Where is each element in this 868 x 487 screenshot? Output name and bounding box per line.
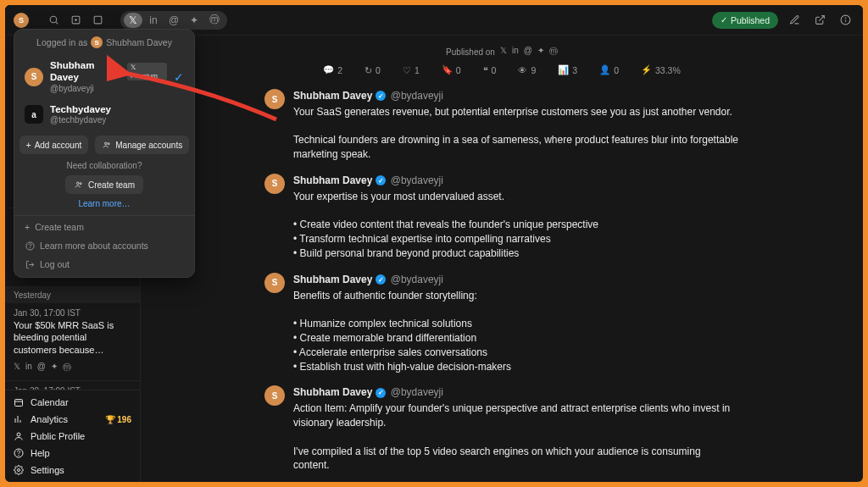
collab-prompt: Need collaboration?	[14, 161, 194, 170]
help-icon	[14, 448, 24, 458]
learn-accounts-link[interactable]: Learn more about accounts	[14, 236, 194, 255]
avatar: S	[264, 273, 285, 293]
author-name: Shubham Davey	[293, 273, 386, 287]
post-detail: Published on 𝕏in@✦ⓜ 💬 2 ↻ 0 ♡ 1 🔖 0 ❝ 0 …	[141, 36, 863, 482]
archive-icon[interactable]	[88, 11, 107, 30]
post-meta: Jan 30, 17:00 IST	[14, 308, 131, 318]
svg-point-21	[76, 182, 79, 185]
svg-line-1	[56, 22, 58, 24]
create-team-link[interactable]: + Create team	[14, 218, 194, 236]
thread-post: S Shubham Davey @bydaveyji Your SaaS gen…	[264, 89, 739, 162]
logged-in-as-label: Logged in as	[36, 37, 87, 47]
new-post-icon[interactable]	[66, 11, 85, 30]
stat-people: 👤 0	[599, 64, 619, 75]
platform-x[interactable]: 𝕏	[124, 13, 142, 28]
logged-in-as-name: Shubham Davey	[106, 37, 172, 47]
svg-point-18	[18, 469, 20, 472]
edit-icon[interactable]	[785, 11, 804, 30]
premium-badge: 𝕏 Premium	[127, 63, 167, 80]
platform-linkedin[interactable]: in	[144, 13, 163, 28]
selected-check-icon: ✓	[174, 70, 184, 84]
post-list-item[interactable]: Jan 30, 17:00 IST Your $50k MRR SaaS is …	[5, 303, 140, 382]
logged-in-as: Logged in as S Shubham Davey	[14, 36, 194, 55]
platform-mastodon[interactable]: ⓜ	[205, 13, 224, 28]
info-icon[interactable]	[836, 11, 854, 30]
published-on-label: Published on	[446, 47, 495, 57]
analytics-badge: 🏆 196	[105, 415, 131, 424]
published-label: Published	[731, 15, 770, 25]
open-external-icon[interactable]	[810, 11, 829, 30]
nav-public-profile[interactable]: Public Profile	[5, 428, 140, 445]
thread-post: S Shubham Davey @bydaveyji Your expertis…	[264, 174, 739, 261]
analytics-icon	[14, 414, 24, 424]
create-team-button[interactable]: Create team	[65, 175, 143, 194]
author-name: Shubham Davey	[293, 89, 386, 103]
thread-post: S Shubham Davey @bydaveyji Action Item: …	[264, 385, 739, 482]
platform-threads[interactable]: @	[164, 13, 183, 28]
verified-badge-icon	[376, 274, 386, 285]
stat-rate: ⚡ 33.3%	[641, 64, 681, 75]
account-option[interactable]: a Techbydavey @techbydavey	[14, 99, 194, 131]
stat-quotes: ❝ 0	[483, 64, 497, 75]
log-out-link[interactable]: Log out	[14, 255, 194, 274]
stat-views: 👁 9	[518, 64, 536, 75]
post-title: Your $50k MRR SaaS is bleeding potential…	[14, 319, 131, 357]
account-handle: @bydaveyji	[50, 84, 167, 94]
team-icon	[74, 180, 84, 190]
avatar: a	[25, 105, 43, 124]
stat-replies: 💬 2	[323, 64, 342, 75]
author-handle: @bydaveyji	[391, 386, 443, 398]
nav-label: Help	[31, 448, 50, 458]
verified-badge-icon	[376, 91, 386, 101]
nav-calendar[interactable]: Calendar	[5, 394, 140, 411]
svg-rect-5	[94, 16, 102, 24]
post-platform-icons: 𝕏in@✦ⓜ	[14, 362, 131, 374]
learn-more-link[interactable]: Learn more…	[14, 199, 194, 208]
day-header: Yesterday	[5, 287, 140, 303]
users-icon	[102, 140, 112, 150]
svg-point-20	[108, 143, 109, 145]
profile-icon	[14, 431, 24, 441]
button-label: Manage accounts	[115, 141, 182, 150]
add-account-button[interactable]: + Add account	[19, 136, 88, 154]
author-handle: @bydaveyji	[391, 274, 443, 285]
account-handle: @techbydavey	[50, 115, 184, 125]
avatar: S	[264, 174, 285, 194]
current-user-avatar[interactable]: S	[14, 13, 29, 28]
nav-label: Settings	[31, 465, 64, 475]
stat-impressions: 📊 3	[558, 64, 577, 75]
plus-icon: +	[25, 222, 30, 232]
author-handle: @bydaveyji	[391, 174, 443, 186]
nav-label: Analytics	[31, 414, 68, 424]
manage-accounts-button[interactable]: Manage accounts	[95, 136, 189, 154]
avatar: S	[264, 385, 285, 406]
svg-point-22	[80, 183, 81, 185]
post-list-item[interactable]: Jan 30, 17:00 IST	[5, 381, 140, 390]
post-text: Your SaaS generates revenue, but potenti…	[293, 105, 739, 162]
nav-label: Calendar	[31, 397, 69, 407]
logout-icon	[25, 259, 35, 269]
nav-help[interactable]: Help	[5, 445, 140, 462]
avatar: S	[25, 68, 43, 86]
link-label: Log out	[40, 259, 70, 269]
stat-bookmarks: 🔖 0	[442, 64, 461, 75]
gear-icon	[14, 465, 24, 475]
search-icon[interactable]	[44, 11, 63, 30]
stat-likes: ♡ 1	[403, 64, 420, 75]
svg-rect-10	[15, 400, 23, 407]
account-option[interactable]: S Shubham Davey 𝕏 Premium @bydaveyji ✓	[14, 55, 194, 99]
nav-settings[interactable]: Settings	[5, 462, 140, 479]
account-name: Techbydavey	[50, 104, 111, 116]
nav-analytics[interactable]: Analytics 🏆 196	[5, 411, 140, 428]
post-stats: 💬 2 ↻ 0 ♡ 1 🔖 0 ❝ 0 👁 9 📊 3 👤 0 ⚡ 33.3%	[175, 64, 829, 75]
platform-bluesky[interactable]: ✦	[185, 13, 203, 28]
button-label: Create team	[88, 180, 135, 190]
link-label: Create team	[35, 222, 84, 232]
author-handle: @bydaveyji	[391, 90, 443, 102]
post-text: Action Item: Amplify your founder's uniq…	[293, 401, 739, 482]
svg-point-0	[50, 16, 57, 23]
social-platform-tabs: 𝕏 in @ ✦ ⓜ	[120, 11, 227, 30]
svg-point-19	[105, 142, 108, 145]
author-name: Shubham Davey	[293, 385, 386, 400]
verified-badge-icon	[376, 388, 386, 398]
